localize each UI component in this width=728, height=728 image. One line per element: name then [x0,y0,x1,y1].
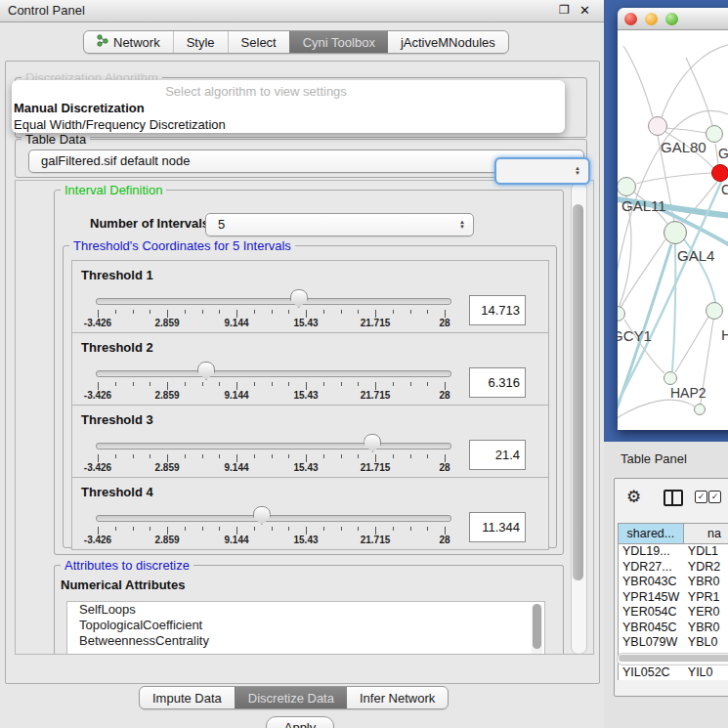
network-node-label: GA [718,146,728,161]
tick-mark [393,527,394,531]
interval-definition-legend: Interval Definition [61,183,166,197]
settings-vertical-scrollbar[interactable] [571,182,587,655]
table-row[interactable]: YER054CYER0 [619,605,728,621]
tick-mark [167,527,168,535]
network-node[interactable] [618,177,636,196]
threshold-value-field[interactable]: 21.4 [469,440,526,470]
table-row[interactable]: YDR27...YDR2 [619,560,728,576]
list-scrollbar-thumb[interactable] [533,604,541,649]
threshold-slider-thumb[interactable] [197,362,215,380]
tab-discretize-data[interactable]: Discretize Data [235,687,347,708]
tick-mark [358,382,359,386]
threshold-value-field[interactable]: 11.344 [469,512,526,542]
network-node-label: H [721,326,728,343]
table-row[interactable]: YBL079WYBL0 [619,635,728,651]
cell-shared-name: YIL052C [619,665,684,680]
tick-mark [410,382,411,386]
tick-mark [427,310,428,314]
checkbox-icon[interactable]: ✓ [708,491,721,503]
tab-select[interactable]: Select [228,31,289,53]
list-scrollbar[interactable] [532,604,542,655]
algorithm-option[interactable]: Equal Width/Frequency Discretization [14,117,226,132]
tick-mark [410,527,411,531]
numerical-attributes-list[interactable]: SelfLoopsTopologicalCoefficientBetweenne… [66,601,545,655]
tick-mark [393,310,394,314]
tab-infer-network[interactable]: Infer Network [347,687,448,708]
settings-scrollpane: Interval Definition Number of Intervals … [15,180,594,655]
attributes-fieldset: Attributes to discretize Numerical Attri… [54,565,564,655]
float-window-icon[interactable]: ❐ [559,3,570,17]
algorithm-combo[interactable]: ▲▼ [494,157,590,185]
threshold-slider-thumb[interactable] [364,434,381,452]
minimize-traffic-light-icon[interactable] [645,13,658,25]
zoom-traffic-light-icon[interactable] [665,13,678,25]
tab-network[interactable]: Network [84,31,173,53]
tick-mark [167,382,168,390]
table-row[interactable]: YDL19...YDL1 [619,544,728,560]
network-node[interactable] [706,125,723,143]
table-row[interactable]: YBR045CYBR0 [619,621,728,636]
network-node[interactable] [664,371,677,385]
tick-mark [202,454,203,458]
threshold-slider-track[interactable] [96,443,451,450]
column-header[interactable]: na [684,524,728,543]
table-panel-region: Table Panel ⚙ ✓ ✓ shared...na YDL19...YD… [604,442,728,728]
close-window-icon[interactable]: ✕ [579,3,590,18]
threshold-slider-track[interactable] [96,515,451,522]
tick-mark [150,310,150,314]
cell-shared-name: YBR043C [619,575,684,590]
attribute-list-item[interactable]: BetweennessCentrality [67,633,544,649]
network-node[interactable] [711,164,728,182]
tick-mark [115,454,116,458]
threshold-slider-track[interactable] [96,298,451,305]
table-row[interactable]: YIL052CYIL0 [619,665,728,680]
table-horizontal-scrollbar[interactable] [617,653,728,665]
tick-mark [341,382,342,386]
network-node[interactable] [664,221,687,244]
network-node[interactable] [648,116,667,136]
table-data-legend: Table Data [21,132,90,147]
table-row[interactable]: YPR145WYPR1 [619,590,728,606]
table-row[interactable]: YBR043CYBR0 [619,575,728,590]
tick-mark [185,527,186,531]
tab-style[interactable]: Style [173,31,228,53]
tick-mark [288,382,289,386]
threshold-slider-thumb[interactable] [253,506,271,525]
tab-cyni-toolbox[interactable]: Cyni Toolbox [289,31,388,53]
threshold-slider-track[interactable] [96,370,451,377]
column-header[interactable]: shared... [619,524,684,543]
checkbox-icon[interactable]: ✓ [695,491,707,503]
slider-tick-label: 2.859 [154,462,179,473]
threshold-slider-thumb[interactable] [290,289,308,308]
settings-scrollbar-thumb[interactable] [573,204,583,580]
interval-definition-fieldset: Interval Definition Number of Intervals … [54,190,564,555]
attribute-list-item[interactable]: SelfLoops [67,602,544,618]
tick-mark [410,454,411,458]
gear-icon[interactable]: ⚙ [626,487,641,507]
cell-name: YDR2 [684,560,728,576]
slider-tick-label: 21.715 [361,462,391,473]
attribute-list-item[interactable]: TopologicalCoefficient [67,618,544,633]
network-desktop-background: GAL80GACGAL11GAL4GCY1HHAP2 [604,0,728,442]
threshold-value-field[interactable]: 6.316 [469,367,526,398]
threshold-value-field[interactable]: 14.713 [469,295,526,325]
network-window[interactable]: GAL80GACGAL11GAL4GCY1HHAP2 [618,8,728,430]
tick-mark [341,527,342,531]
network-node[interactable] [706,302,723,320]
tick-mark [236,527,237,535]
split-columns-icon[interactable] [664,490,683,506]
number-of-intervals-combo[interactable]: 5 ▲▼ [205,213,474,236]
network-canvas[interactable]: GAL80GACGAL11GAL4GCY1HHAP2 [618,30,728,430]
tab-jactivemnodules[interactable]: jActiveMNodules [388,31,508,53]
tick-mark [202,310,203,314]
cell-name: YBL0 [684,635,728,651]
tab-impute-data[interactable]: Impute Data [140,687,235,708]
close-traffic-light-icon[interactable] [624,13,637,25]
table-scrollbar-thumb[interactable] [619,655,728,662]
cell-name: YIL0 [684,665,728,680]
apply-button[interactable]: Apply [266,716,334,728]
tick-mark [236,454,237,462]
tick-mark [219,527,220,531]
network-node[interactable] [694,404,706,415]
algorithm-option[interactable]: Manual Discretization [14,101,145,115]
